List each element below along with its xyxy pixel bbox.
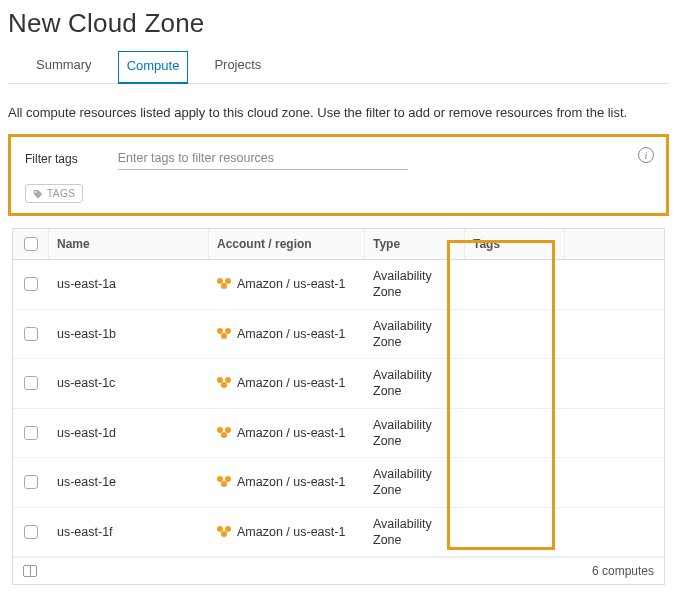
row-tags-cell xyxy=(465,409,565,458)
row-name-cell: us-east-1a xyxy=(49,260,209,309)
row-name-cell: us-east-1e xyxy=(49,458,209,507)
row-spacer-cell xyxy=(565,359,664,408)
row-account-cell: Amazon / us-east-1 xyxy=(209,260,365,309)
compute-description: All compute resources listed apply to th… xyxy=(8,104,669,122)
row-type-cell: Availability Zone xyxy=(365,409,465,458)
table-row[interactable]: us-east-1fAmazon / us-east-1Availability… xyxy=(13,508,664,558)
table-footer: 6 computes xyxy=(13,557,664,584)
select-all-checkbox[interactable] xyxy=(24,237,38,251)
table-row[interactable]: us-east-1cAmazon / us-east-1Availability… xyxy=(13,359,664,409)
table-row[interactable]: us-east-1dAmazon / us-east-1Availability… xyxy=(13,409,664,459)
page-title: New Cloud Zone xyxy=(8,8,669,39)
row-account-label: Amazon / us-east-1 xyxy=(237,425,345,441)
tab-summary[interactable]: Summary xyxy=(28,51,100,83)
aws-icon xyxy=(217,328,231,340)
row-checkbox-cell xyxy=(13,508,49,557)
row-account-cell: Amazon / us-east-1 xyxy=(209,458,365,507)
row-spacer-cell xyxy=(565,310,664,359)
row-name-cell: us-east-1f xyxy=(49,508,209,557)
row-checkbox-cell xyxy=(13,409,49,458)
row-account-cell: Amazon / us-east-1 xyxy=(209,508,365,557)
row-type-cell: Availability Zone xyxy=(365,310,465,359)
tab-compute[interactable]: Compute xyxy=(118,51,189,84)
column-header-tags[interactable]: Tags xyxy=(465,229,565,259)
row-account-label: Amazon / us-east-1 xyxy=(237,474,345,490)
aws-icon xyxy=(217,476,231,488)
row-tags-cell xyxy=(465,310,565,359)
row-checkbox[interactable] xyxy=(24,277,38,291)
row-account-label: Amazon / us-east-1 xyxy=(237,375,345,391)
header-checkbox-cell xyxy=(13,229,49,259)
tags-button[interactable]: TAGS xyxy=(25,184,83,203)
tag-icon xyxy=(33,189,43,199)
row-tags-cell xyxy=(465,508,565,557)
row-checkbox[interactable] xyxy=(24,426,38,440)
aws-icon xyxy=(217,278,231,290)
row-account-label: Amazon / us-east-1 xyxy=(237,276,345,292)
column-header-account-region[interactable]: Account / region xyxy=(209,229,365,259)
row-checkbox-cell xyxy=(13,359,49,408)
column-header-name[interactable]: Name xyxy=(49,229,209,259)
column-header-type[interactable]: Type xyxy=(365,229,465,259)
row-checkbox[interactable] xyxy=(24,376,38,390)
column-toggle-button[interactable] xyxy=(23,565,37,577)
row-type-cell: Availability Zone xyxy=(365,458,465,507)
row-type-cell: Availability Zone xyxy=(365,508,465,557)
table-header-row: Name Account / region Type Tags xyxy=(13,229,664,260)
row-account-cell: Amazon / us-east-1 xyxy=(209,359,365,408)
row-checkbox-cell xyxy=(13,310,49,359)
tab-bar: Summary Compute Projects xyxy=(8,51,669,84)
compute-table: Name Account / region Type Tags us-east-… xyxy=(12,228,665,585)
row-checkbox[interactable] xyxy=(24,475,38,489)
row-account-label: Amazon / us-east-1 xyxy=(237,524,345,540)
row-tags-cell xyxy=(465,359,565,408)
column-header-spacer xyxy=(565,229,664,259)
filter-panel: Filter tags i TAGS xyxy=(8,134,669,216)
row-account-cell: Amazon / us-east-1 xyxy=(209,310,365,359)
row-account-label: Amazon / us-east-1 xyxy=(237,326,345,342)
aws-icon xyxy=(217,377,231,389)
row-checkbox-cell xyxy=(13,458,49,507)
aws-icon xyxy=(217,526,231,538)
row-spacer-cell xyxy=(565,260,664,309)
row-count-label: 6 computes xyxy=(592,564,654,578)
row-name-cell: us-east-1b xyxy=(49,310,209,359)
row-checkbox[interactable] xyxy=(24,525,38,539)
table-row[interactable]: us-east-1eAmazon / us-east-1Availability… xyxy=(13,458,664,508)
filter-tags-label: Filter tags xyxy=(25,152,78,166)
tags-button-label: TAGS xyxy=(47,188,75,199)
row-checkbox-cell xyxy=(13,260,49,309)
row-tags-cell xyxy=(465,260,565,309)
row-spacer-cell xyxy=(565,508,664,557)
filter-tags-input[interactable] xyxy=(118,147,408,170)
tab-projects[interactable]: Projects xyxy=(206,51,269,83)
row-account-cell: Amazon / us-east-1 xyxy=(209,409,365,458)
row-name-cell: us-east-1d xyxy=(49,409,209,458)
row-name-cell: us-east-1c xyxy=(49,359,209,408)
row-checkbox[interactable] xyxy=(24,327,38,341)
row-type-cell: Availability Zone xyxy=(365,260,465,309)
row-tags-cell xyxy=(465,458,565,507)
row-spacer-cell xyxy=(565,458,664,507)
table-row[interactable]: us-east-1aAmazon / us-east-1Availability… xyxy=(13,260,664,310)
table-row[interactable]: us-east-1bAmazon / us-east-1Availability… xyxy=(13,310,664,360)
row-spacer-cell xyxy=(565,409,664,458)
aws-icon xyxy=(217,427,231,439)
row-type-cell: Availability Zone xyxy=(365,359,465,408)
